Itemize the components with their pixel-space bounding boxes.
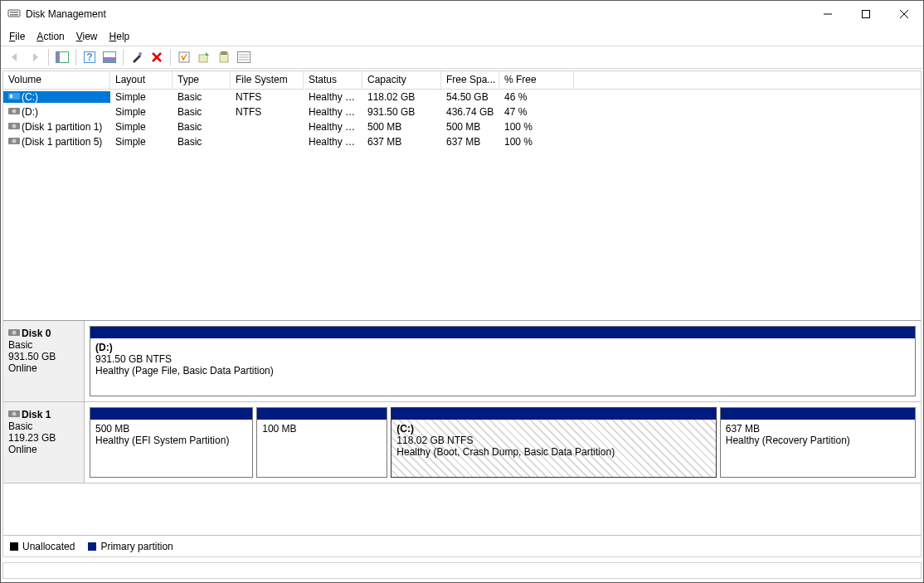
volume-name-cell: (Disk 1 partition 5) bbox=[3, 136, 110, 148]
show-hide-console-tree-button[interactable] bbox=[53, 48, 71, 66]
volume-list-pane[interactable]: Volume Layout Type File System Status Ca… bbox=[3, 71, 921, 321]
svg-rect-8 bbox=[56, 52, 60, 62]
volume-status-cell: Healthy (B... bbox=[304, 91, 362, 103]
disk-graphical-pane[interactable]: Disk 0Basic931.50 GBOnline(D:)931.50 GB … bbox=[3, 321, 921, 556]
app-icon bbox=[7, 7, 21, 22]
partition-label: (D:) bbox=[95, 342, 910, 353]
partition-size: 931.50 GB NTFS bbox=[95, 353, 910, 365]
volume-name-cell: (C:) bbox=[3, 91, 110, 103]
volume-status-cell: Healthy (R... bbox=[304, 136, 362, 148]
help-button[interactable]: ? bbox=[80, 48, 99, 66]
menu-help[interactable]: Help bbox=[109, 31, 130, 42]
delete-button[interactable] bbox=[148, 48, 166, 66]
legend-primary-swatch bbox=[88, 542, 96, 551]
volume-layout-cell: Simple bbox=[110, 121, 173, 133]
partition-color-bar bbox=[257, 408, 387, 420]
partition-status: Healthy (Page File, Basic Data Partition… bbox=[95, 365, 910, 377]
drive-icon bbox=[8, 91, 20, 103]
column-layout[interactable]: Layout bbox=[110, 71, 173, 89]
partition-status: Healthy (Boot, Crash Dump, Basic Data Pa… bbox=[396, 446, 710, 458]
column-volume[interactable]: Volume bbox=[3, 71, 110, 89]
partition-size: 118.02 GB NTFS bbox=[396, 435, 710, 446]
svg-text:?: ? bbox=[86, 51, 92, 63]
svg-point-31 bbox=[12, 139, 17, 143]
column-status[interactable]: Status bbox=[304, 71, 362, 89]
minimize-button[interactable] bbox=[809, 2, 847, 27]
svg-point-13 bbox=[139, 52, 142, 56]
disk-status: Online bbox=[8, 444, 79, 455]
svg-point-27 bbox=[12, 109, 17, 114]
partition[interactable]: 637 MBHealthy (Recovery Partition) bbox=[720, 407, 916, 478]
partition[interactable]: 100 MB bbox=[256, 407, 387, 478]
volume-freespace-cell: 637 MB bbox=[441, 136, 499, 148]
drive-icon bbox=[8, 121, 20, 133]
volume-layout-cell: Simple bbox=[110, 106, 173, 118]
wizard-icon[interactable] bbox=[128, 48, 146, 66]
disk-row: Disk 0Basic931.50 GBOnline(D:)931.50 GB … bbox=[3, 321, 921, 402]
disk-management-window: Disk Management File Action View Help ? bbox=[0, 0, 924, 583]
volume-row[interactable]: (Disk 1 partition 1)SimpleBasicHealthy (… bbox=[3, 119, 921, 134]
back-button bbox=[6, 48, 24, 66]
view-settings-button[interactable] bbox=[100, 48, 119, 66]
volume-freespace-cell: 436.74 GB bbox=[441, 106, 499, 118]
svg-rect-19 bbox=[221, 52, 226, 55]
legend-unallocated-swatch bbox=[10, 542, 18, 551]
titlebar: Disk Management bbox=[1, 1, 923, 27]
volume-row[interactable]: (C:)SimpleBasicNTFSHealthy (B...118.02 G… bbox=[3, 90, 921, 104]
menubar: File Action View Help bbox=[1, 27, 923, 46]
menu-file[interactable]: File bbox=[9, 31, 25, 42]
window-title: Disk Management bbox=[26, 8, 106, 20]
volume-status-cell: Healthy (E... bbox=[304, 121, 362, 133]
volume-capacity-cell: 931.50 GB bbox=[362, 106, 441, 118]
menu-action[interactable]: Action bbox=[36, 31, 64, 42]
volume-row[interactable]: (Disk 1 partition 5)SimpleBasicHealthy (… bbox=[3, 134, 921, 149]
volume-row[interactable]: (D:)SimpleBasicNTFSHealthy (P...931.50 G… bbox=[3, 104, 921, 119]
maximize-button[interactable] bbox=[847, 2, 885, 27]
properties-button[interactable] bbox=[175, 48, 193, 66]
volume-freespace-cell: 54.50 GB bbox=[441, 91, 499, 103]
column-pctfree[interactable]: % Free bbox=[499, 71, 574, 89]
svg-rect-2 bbox=[10, 14, 18, 16]
close-button[interactable] bbox=[885, 2, 923, 27]
legend: Unallocated Primary partition bbox=[3, 535, 921, 556]
disk-title: Disk 1 bbox=[22, 409, 51, 420]
extend-volume-icon[interactable] bbox=[195, 48, 213, 66]
disk-icon bbox=[8, 409, 20, 420]
partition[interactable]: (D:)931.50 GB NTFSHealthy (Page File, Ba… bbox=[90, 326, 916, 396]
volume-freespace-cell: 500 MB bbox=[441, 121, 499, 133]
partition-color-bar bbox=[90, 327, 915, 338]
partition-size: 500 MB bbox=[95, 423, 247, 435]
partition[interactable]: 500 MBHealthy (EFI System Partition) bbox=[90, 407, 253, 478]
partition-label: (C:) bbox=[396, 423, 710, 435]
volume-layout-cell: Simple bbox=[110, 91, 173, 103]
disk-label[interactable]: Disk 0Basic931.50 GBOnline bbox=[3, 321, 85, 401]
volume-capacity-cell: 500 MB bbox=[362, 121, 441, 133]
svg-rect-12 bbox=[104, 57, 115, 62]
column-filesystem[interactable]: File System bbox=[231, 71, 304, 89]
column-headers: Volume Layout Type File System Status Ca… bbox=[3, 71, 921, 90]
volume-status-cell: Healthy (P... bbox=[304, 106, 362, 118]
volume-pctfree-cell: 100 % bbox=[499, 121, 574, 133]
list-icon[interactable] bbox=[235, 48, 253, 66]
disk-icon bbox=[8, 328, 20, 339]
column-freespace[interactable]: Free Spa... bbox=[441, 71, 499, 89]
volume-name-cell: (D:) bbox=[3, 106, 110, 118]
svg-point-29 bbox=[12, 124, 17, 129]
partition-color-bar bbox=[391, 408, 715, 420]
disk-type: Basic bbox=[8, 420, 79, 432]
drive-icon bbox=[8, 106, 20, 118]
disk-row: Disk 1Basic119.23 GBOnline500 MBHealthy … bbox=[3, 402, 921, 483]
volume-pctfree-cell: 100 % bbox=[499, 136, 574, 148]
volume-type-cell: Basic bbox=[173, 106, 231, 118]
partition[interactable]: (C:)118.02 GB NTFSHealthy (Boot, Crash D… bbox=[391, 407, 716, 478]
toolbar: ? bbox=[1, 46, 923, 69]
paste-icon[interactable] bbox=[215, 48, 233, 66]
menu-view[interactable]: View bbox=[76, 31, 98, 42]
disk-size: 931.50 GB bbox=[8, 351, 79, 362]
disk-label[interactable]: Disk 1Basic119.23 GBOnline bbox=[3, 402, 85, 483]
column-type[interactable]: Type bbox=[173, 71, 231, 89]
disk-type: Basic bbox=[8, 339, 79, 351]
disk-status: Online bbox=[8, 362, 79, 374]
volume-capacity-cell: 118.02 GB bbox=[362, 91, 441, 103]
column-capacity[interactable]: Capacity bbox=[362, 71, 441, 89]
